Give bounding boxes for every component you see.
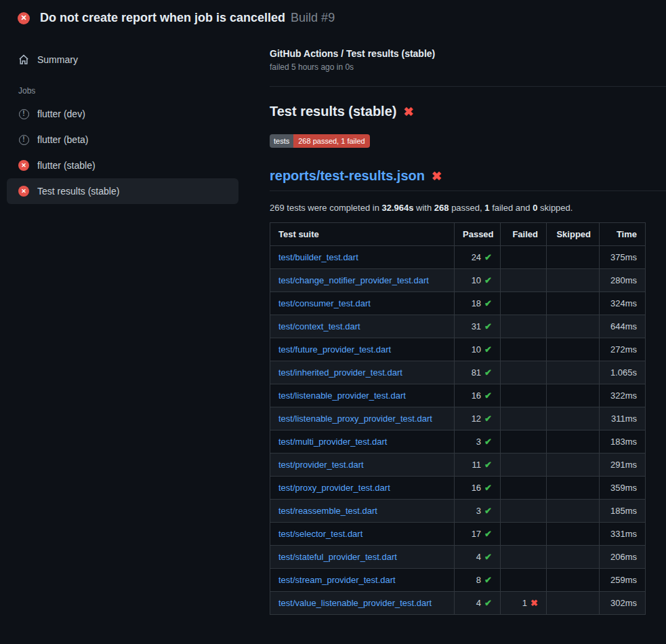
check-icon: ✔: [484, 298, 492, 308]
sidebar: Summary Jobs ! flutter (dev) ! flutter (…: [0, 33, 264, 204]
passed-cell: 31✔: [455, 315, 501, 338]
failed-cell: [501, 569, 547, 592]
sidebar-item-summary[interactable]: Summary: [7, 47, 238, 73]
sidebar-item-flutter-beta[interactable]: ! flutter (beta): [7, 127, 238, 153]
skipped-cell: [547, 361, 600, 384]
section-title-text: Test results (stable): [270, 104, 396, 119]
passed-cell: 16✔: [455, 477, 501, 500]
table-row: test/consumer_test.dart 18✔ 324ms: [270, 292, 646, 315]
time-cell: 206ms: [600, 546, 646, 569]
table-row: test/listenable_proxy_provider_test.dart…: [270, 407, 646, 430]
time-cell: 324ms: [600, 292, 646, 315]
failed-cell: [501, 523, 547, 546]
failed-cell: [501, 315, 547, 338]
test-suite-link[interactable]: test/provider_test.dart: [278, 460, 364, 470]
check-icon: ✔: [484, 414, 492, 424]
failed-x-icon: ✖: [403, 104, 413, 119]
column-header-passed: Passed: [455, 223, 501, 246]
test-suite-link[interactable]: test/value_listenable_provider_test.dart: [278, 598, 432, 608]
test-results-table: Test suite Passed Failed Skipped Time te…: [270, 222, 646, 615]
test-suite-link[interactable]: test/proxy_provider_test.dart: [278, 483, 390, 493]
passed-cell: 18✔: [455, 292, 501, 315]
skipped-cell: [547, 407, 600, 430]
test-suite-link[interactable]: test/context_test.dart: [278, 321, 360, 331]
time-cell: 259ms: [600, 569, 646, 592]
sidebar-item-test-results-stable[interactable]: ✕ Test results (stable): [7, 178, 238, 204]
build-title: Do not create report when job is cancell…: [40, 11, 285, 25]
test-suite-link[interactable]: test/stateful_provider_test.dart: [278, 552, 397, 562]
skipped-cell: [547, 315, 600, 338]
skipped-cell: [547, 546, 600, 569]
badge-label: tests: [270, 134, 293, 148]
time-cell: 359ms: [600, 477, 646, 500]
failed-cell: [501, 292, 547, 315]
test-suite-link[interactable]: test/change_notifier_provider_test.dart: [278, 275, 429, 285]
passed-cell: 10✔: [455, 338, 501, 361]
test-suite-link[interactable]: test/listenable_proxy_provider_test.dart: [278, 414, 432, 424]
check-icon: ✔: [484, 460, 492, 470]
table-row: test/selector_test.dart 17✔ 331ms: [270, 523, 646, 546]
skipped-cell: [547, 246, 600, 269]
sidebar-item-label: flutter (beta): [37, 134, 88, 145]
check-icon: ✔: [484, 275, 492, 285]
test-suite-link[interactable]: test/future_provider_test.dart: [278, 344, 391, 355]
skipped-cell: [547, 477, 600, 500]
alert-circle-icon: !: [19, 135, 29, 145]
time-cell: 375ms: [600, 246, 646, 269]
passed-cell: 8✔: [455, 569, 501, 592]
time-cell: 280ms: [600, 269, 646, 292]
table-row: test/stream_provider_test.dart 8✔ 259ms: [270, 569, 646, 592]
skipped-cell: [547, 292, 600, 315]
breadcrumb: GitHub Actions / Test results (stable): [270, 48, 666, 59]
test-suite-link[interactable]: test/inherited_provider_test.dart: [278, 367, 402, 378]
time-cell: 272ms: [600, 338, 646, 361]
build-number: Build #9: [291, 11, 335, 25]
failed-cell: [501, 500, 547, 523]
column-header-failed: Failed: [501, 223, 547, 246]
check-icon: ✔: [484, 552, 492, 562]
failed-cell: [501, 546, 547, 569]
time-cell: 322ms: [600, 384, 646, 407]
check-icon: ✔: [484, 390, 492, 401]
sidebar-item-flutter-dev[interactable]: ! flutter (dev): [7, 101, 238, 127]
failed-cell: [501, 246, 547, 269]
test-suite-link[interactable]: test/selector_test.dart: [278, 529, 362, 539]
passed-cell: 4✔: [455, 592, 501, 615]
failed-cell: [501, 477, 547, 500]
test-suite-link[interactable]: test/builder_test.dart: [278, 252, 358, 262]
report-link[interactable]: reports/test-results.json: [270, 168, 425, 184]
table-row: test/context_test.dart 31✔ 644ms: [270, 315, 646, 338]
time-cell: 185ms: [600, 500, 646, 523]
time-cell: 183ms: [600, 430, 646, 454]
passed-cell: 3✔: [455, 500, 501, 523]
failed-cell: [501, 384, 547, 407]
skipped-cell: [547, 523, 600, 546]
test-suite-link[interactable]: test/multi_provider_test.dart: [278, 437, 387, 447]
failed-cell: 1✖: [501, 592, 547, 615]
table-row: test/stateful_provider_test.dart 4✔ 206m…: [270, 546, 646, 569]
check-icon: ✔: [484, 598, 492, 608]
time-cell: 302ms: [600, 592, 646, 615]
passed-cell: 81✔: [455, 361, 501, 384]
sidebar-item-label: flutter (dev): [37, 108, 85, 119]
x-circle-icon: ✕: [18, 186, 29, 197]
passed-cell: 24✔: [455, 246, 501, 269]
skipped-cell: [547, 569, 600, 592]
failed-cell: [501, 269, 547, 292]
test-suite-link[interactable]: test/stream_provider_test.dart: [278, 575, 396, 585]
test-suite-link[interactable]: test/listenable_provider_test.dart: [278, 390, 406, 401]
test-suite-link[interactable]: test/reassemble_test.dart: [278, 506, 377, 516]
build-header: ✕ Do not create report when job is cance…: [0, 0, 666, 33]
sidebar-item-flutter-stable[interactable]: ✕ flutter (stable): [7, 153, 238, 178]
sidebar-item-label: Test results (stable): [37, 186, 119, 197]
test-suite-link[interactable]: test/consumer_test.dart: [278, 298, 371, 308]
x-circle-icon: ✕: [18, 160, 29, 171]
check-icon: ✔: [484, 437, 492, 447]
column-header-test-suite: Test suite: [270, 223, 455, 246]
check-icon: ✔: [484, 344, 492, 355]
table-row: test/reassemble_test.dart 3✔ 185ms: [270, 500, 646, 523]
passed-cell: 17✔: [455, 523, 501, 546]
sidebar-item-label: flutter (stable): [37, 160, 96, 171]
passed-cell: 4✔: [455, 546, 501, 569]
failed-cell: [501, 430, 547, 454]
